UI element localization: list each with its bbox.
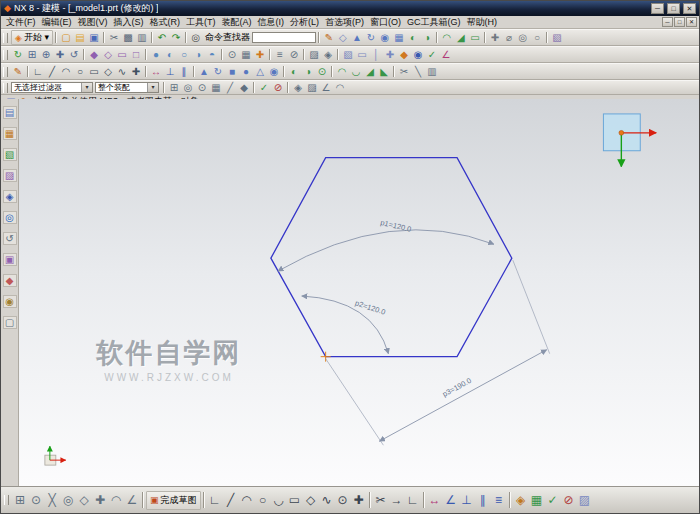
polygon-icon[interactable]: ◇ [101, 65, 115, 78]
toolbar-grip[interactable] [3, 83, 8, 93]
polygon-tool-icon[interactable]: ◇ [303, 492, 319, 508]
trimetric-view-icon[interactable]: ◆ [87, 48, 101, 61]
layer-settings-icon[interactable]: ≡ [273, 48, 287, 61]
open-file-icon[interactable]: ▤ [73, 31, 87, 44]
top-view-icon[interactable]: □ [129, 48, 143, 61]
dimension-line-3[interactable] [379, 350, 546, 442]
arc-icon[interactable]: ◠ [59, 65, 73, 78]
ellipse-tool-icon[interactable]: ⊙ [335, 492, 351, 508]
quick-extend-icon[interactable]: → [389, 492, 405, 508]
type-filter-combo[interactable]: 无选择过滤器▾ [11, 82, 93, 93]
simple-angle-icon[interactable]: ∠ [439, 48, 453, 61]
boolean-intersect-icon[interactable]: ⊙ [315, 65, 329, 78]
datum-plane-icon[interactable]: ◇ [336, 31, 350, 44]
extrude-icon[interactable]: ▲ [350, 31, 364, 44]
fit-view-icon[interactable]: ⊞ [25, 48, 39, 61]
part-navigator-icon[interactable]: ▧ [3, 148, 17, 161]
sketch-canvas[interactable]: p1=120.0 p2=120.0 p3=190.0 [19, 99, 699, 487]
auto-dimension-icon[interactable]: ▦ [529, 492, 545, 508]
profile-icon[interactable]: ∟ [31, 65, 45, 78]
face-blend-icon[interactable]: ◡ [349, 65, 363, 78]
wireframe-icon[interactable]: ○ [177, 48, 191, 61]
snap-center-icon[interactable]: ◎ [60, 492, 76, 508]
start-menu-button[interactable]: ◈开始 ▾ [11, 30, 53, 45]
blend-icon[interactable]: ◠ [335, 65, 349, 78]
datum-csys-icon[interactable]: ▧ [341, 48, 355, 61]
edge-blend-icon[interactable]: ◠ [440, 31, 454, 44]
spline-tool-icon[interactable]: ∿ [319, 492, 335, 508]
dimension-label-3[interactable]: p3=190.0 [441, 376, 473, 399]
hole-icon[interactable]: ◉ [378, 31, 392, 44]
general-selection-icon[interactable]: ⊞ [167, 81, 181, 94]
triad-origin-dot[interactable] [619, 130, 624, 135]
menu-gc-toolbox[interactable]: GC工具箱(G) [404, 16, 464, 29]
menu-view[interactable]: 视图(V) [75, 16, 111, 29]
cut-icon[interactable]: ✂ [107, 31, 121, 44]
sketch-in-task-icon[interactable]: ✎ [11, 65, 25, 78]
boolean-unite-icon[interactable]: ◐ [287, 65, 301, 78]
revolve-feature-icon[interactable]: ↻ [211, 65, 225, 78]
assembly-navigator-icon[interactable]: ▤ [3, 106, 17, 119]
snap-tangent-icon[interactable]: ◠ [108, 492, 124, 508]
grid-display-icon[interactable]: ▦ [239, 48, 253, 61]
rapid-dimension-icon[interactable]: ↔ [149, 65, 163, 78]
snap-midpoint-icon[interactable]: ⊙ [28, 492, 44, 508]
process-studio-icon[interactable]: ▣ [3, 253, 17, 266]
block-icon[interactable]: ■ [225, 65, 239, 78]
unite-icon[interactable]: ◐ [406, 31, 420, 44]
rotate-view-icon[interactable]: ↺ [67, 48, 81, 61]
find-component-icon[interactable]: ◈ [291, 81, 305, 94]
chamfer-feature-icon[interactable]: ◢ [363, 65, 377, 78]
close-button[interactable]: ✕ [683, 3, 696, 14]
show-hide-icon[interactable]: ○ [530, 31, 544, 44]
zoom-icon[interactable]: ⊕ [39, 48, 53, 61]
command-finder-icon[interactable]: ◎ [189, 31, 203, 44]
pattern-feature-icon[interactable]: ▦ [392, 31, 406, 44]
geometric-constraints-icon[interactable]: ⊥ [163, 65, 177, 78]
quick-trim-icon[interactable]: ✂ [373, 492, 389, 508]
measure-distance-icon[interactable]: ⌀ [502, 31, 516, 44]
dimension-label-1[interactable]: p1=120.0 [380, 218, 413, 234]
object-display-icon[interactable]: ◎ [516, 31, 530, 44]
plane-icon[interactable]: ▭ [355, 48, 369, 61]
move-object-icon[interactable]: ✚ [488, 31, 502, 44]
class-selection-icon[interactable]: ⊘ [287, 48, 301, 61]
menu-help[interactable]: 帮助(H) [464, 16, 501, 29]
make-symmetric-icon[interactable]: ∥ [177, 65, 191, 78]
scope-filter-combo[interactable]: 整个装配▾ [95, 82, 159, 93]
graphics-window[interactable]: p1=120.0 p2=120.0 p3=190.0 [19, 99, 699, 487]
front-view-icon[interactable]: ▭ [115, 48, 129, 61]
boolean-subtract-icon[interactable]: ◑ [301, 65, 315, 78]
window-mode-icon[interactable]: ▧ [550, 31, 564, 44]
constraint-navigator-icon[interactable]: ▦ [3, 127, 17, 140]
shell-icon[interactable]: ▭ [468, 31, 482, 44]
menu-file[interactable]: 文件(F) [3, 16, 39, 29]
redo-icon[interactable]: ↷ [169, 31, 183, 44]
parallel-constraint-icon[interactable]: ∥ [475, 492, 491, 508]
shaded-icon[interactable]: ◐ [163, 48, 177, 61]
edit-object-display-icon[interactable]: ▨ [307, 48, 321, 61]
menu-edit[interactable]: 编辑(E) [39, 16, 75, 29]
snap-intersection-icon[interactable]: ╳ [44, 492, 60, 508]
hexagon-sketch[interactable] [271, 158, 512, 357]
hd3d-tools-icon[interactable]: ◈ [3, 190, 17, 203]
evaluate-sketch-icon[interactable]: ✓ [545, 492, 561, 508]
menu-insert[interactable]: 插入(S) [111, 16, 147, 29]
system-scenes-icon[interactable]: ▢ [3, 316, 17, 329]
child-restore-button[interactable]: □ [674, 17, 685, 27]
revolve-icon[interactable]: ↻ [364, 31, 378, 44]
face-edges-icon[interactable]: ◓ [205, 48, 219, 61]
rectangle-tool-icon[interactable]: ▭ [287, 492, 303, 508]
snap-quadrant-icon[interactable]: ◇ [76, 492, 92, 508]
command-finder-field[interactable] [252, 32, 316, 43]
toolbar-grip[interactable] [3, 33, 8, 43]
chamfer-icon[interactable]: ◢ [454, 31, 468, 44]
studio-render-icon[interactable]: ◑ [191, 48, 205, 61]
snap-endpoint-icon[interactable]: ⊞ [12, 492, 28, 508]
sphere-icon[interactable]: ◉ [267, 65, 281, 78]
profile-tool-icon[interactable]: ∟ [207, 492, 223, 508]
web-browser-icon[interactable]: ◎ [3, 211, 17, 224]
isometric-view-icon[interactable]: ◇ [101, 48, 115, 61]
axis-icon[interactable]: │ [369, 48, 383, 61]
alternate-solution-icon[interactable]: ⊘ [561, 492, 577, 508]
